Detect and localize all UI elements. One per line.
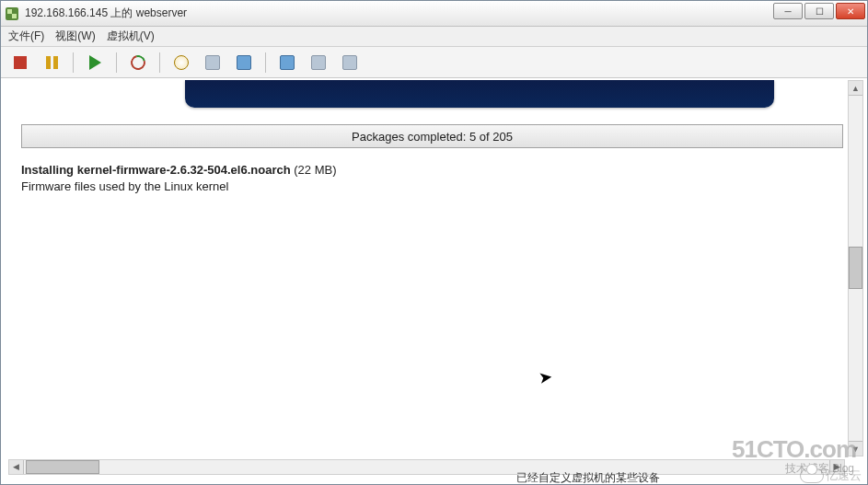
scroll-up-arrow-icon[interactable]: ▲ (849, 81, 862, 96)
devices-icon (342, 55, 357, 70)
stop-button[interactable] (8, 51, 32, 75)
devices-button[interactable] (338, 51, 362, 75)
guest-display[interactable]: Packages completed: 5 of 205 Installing … (8, 80, 845, 456)
titlebar: 192.168.166.145 上的 webserver ─ ☐ ✕ (1, 1, 867, 27)
menubar: 文件(F) 视图(W) 虚拟机(V) (1, 27, 867, 47)
pause-icon (46, 56, 58, 69)
camera-icon (205, 55, 220, 70)
svg-rect-1 (7, 9, 12, 14)
cloud-icon (800, 468, 824, 483)
separator (73, 52, 74, 73)
revert-icon (237, 55, 251, 70)
progress-label: Packages completed: 5 of 205 (352, 130, 513, 144)
refresh-icon (128, 52, 148, 73)
package-size: (22 MB) (291, 163, 337, 177)
watermark-51cto: 51CTO.com (732, 435, 856, 464)
revert-button[interactable] (232, 51, 256, 75)
close-button[interactable]: ✕ (836, 3, 865, 19)
package-name: kernel-firmware-2.6.32-504.el6.noarch (77, 163, 291, 177)
vscroll-thumb[interactable] (849, 247, 862, 289)
menu-file[interactable]: 文件(F) (8, 29, 44, 44)
play-button[interactable] (83, 51, 107, 75)
svg-rect-2 (12, 14, 17, 18)
stop-icon (14, 56, 27, 69)
app-icon (5, 6, 19, 21)
pause-button[interactable] (40, 51, 64, 75)
snapshot-button[interactable] (169, 51, 193, 75)
unity-icon (311, 55, 326, 70)
footer-device-hint: 已经自定义虚拟机的某些设备 (516, 470, 660, 485)
reset-button[interactable] (126, 51, 150, 75)
menu-view[interactable]: 视图(W) (55, 29, 95, 44)
window-controls: ─ ☐ ✕ (773, 3, 865, 19)
vmware-console-window: 192.168.166.145 上的 webserver ─ ☐ ✕ 文件(F)… (0, 0, 868, 485)
toolbar (1, 47, 867, 78)
vertical-scrollbar[interactable]: ▲ ▼ (848, 80, 863, 456)
menu-vm[interactable]: 虚拟机(V) (107, 29, 155, 44)
progress-bar: Packages completed: 5 of 205 (21, 124, 843, 148)
scroll-left-arrow-icon[interactable]: ◀ (9, 460, 24, 474)
horizontal-scrollbar[interactable]: ◀ ▶ (8, 459, 845, 475)
package-description: Firmware files used by the Linux kernel (21, 179, 336, 193)
fullscreen-icon (280, 55, 295, 70)
hscroll-thumb[interactable] (26, 460, 99, 474)
fullscreen-button[interactable] (275, 51, 299, 75)
minimize-button[interactable]: ─ (773, 3, 803, 19)
watermark-yisu-text: 亿速云 (826, 468, 862, 484)
clock-icon (174, 55, 189, 70)
snapshot-manager-button[interactable] (201, 51, 225, 75)
separator (116, 52, 117, 73)
window-title: 192.168.166.145 上的 webserver (25, 6, 187, 21)
installing-prefix: Installing (21, 163, 77, 177)
install-status: Installing kernel-firmware-2.6.32-504.el… (21, 163, 336, 193)
separator (159, 52, 160, 73)
installer-banner (185, 80, 774, 108)
watermark-yisu: 亿速云 (800, 468, 862, 484)
play-icon (89, 55, 101, 70)
separator (265, 52, 266, 73)
maximize-button[interactable]: ☐ (804, 3, 834, 19)
unity-button[interactable] (307, 51, 330, 75)
mouse-cursor-icon: ➤ (538, 366, 554, 388)
